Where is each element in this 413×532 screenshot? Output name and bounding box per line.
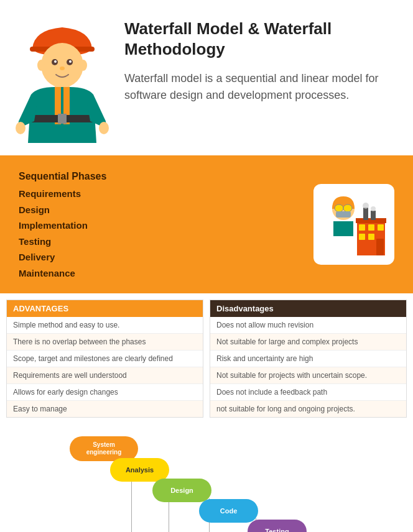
waterfall-diagram: Systemengineering Analysis Design Code T… <box>57 436 356 532</box>
svg-point-5 <box>54 60 57 63</box>
disadvantages-header: Disadvantages <box>210 300 406 317</box>
disadv-item-5: Does not include a feedback path <box>210 384 406 401</box>
svg-point-7 <box>60 66 65 70</box>
svg-rect-35 <box>376 239 384 255</box>
step-code: Code <box>199 499 258 523</box>
advantages-header: ADVANTAGES <box>7 300 203 317</box>
svg-rect-22 <box>336 211 351 218</box>
disadvantages-column: Disadvantages Does not allow much revisi… <box>210 300 407 418</box>
adv-item-6: Easy to manage <box>7 401 203 417</box>
svg-point-20 <box>343 204 352 212</box>
disadv-item-6: not suitable for long and ongoing projec… <box>210 401 406 417</box>
disadv-item-4: Not suitable for projects with uncertain… <box>210 367 406 384</box>
header-section: Waterfall Model & Waterfall Methodology … <box>0 0 413 155</box>
svg-point-8 <box>37 60 45 71</box>
svg-rect-31 <box>368 224 374 231</box>
svg-rect-32 <box>378 224 384 231</box>
disadv-item-1: Does not allow much revision <box>210 317 406 334</box>
svg-rect-26 <box>363 208 368 220</box>
adv-disadv-section: ADVANTAGES Simple method and easy to use… <box>0 293 413 424</box>
phases-list: Sequential Phases Requirements Design Im… <box>19 168 301 281</box>
svg-rect-33 <box>359 234 365 240</box>
svg-point-2 <box>41 43 83 88</box>
svg-point-16 <box>99 122 109 134</box>
svg-point-28 <box>363 203 369 209</box>
svg-rect-14 <box>58 114 67 124</box>
adv-item-3: Scope, target and milestones are clearly… <box>7 351 203 367</box>
svg-point-15 <box>16 122 26 134</box>
page-description: Waterfall model is a sequential and line… <box>124 70 394 104</box>
svg-rect-23 <box>333 221 353 236</box>
phases-title: Sequential Phases <box>19 168 301 185</box>
page-title: Waterfall Model & Waterfall Methodology <box>124 19 394 59</box>
adv-item-4: Requirements are well understood <box>7 367 203 384</box>
svg-point-9 <box>80 60 87 71</box>
phase-delivery: Delivery <box>19 249 301 265</box>
adv-item-5: Allows for early design changes <box>7 384 203 401</box>
disadv-item-3: Risk and uncertainty are high <box>210 351 406 367</box>
svg-point-19 <box>335 204 343 212</box>
phase-design: Design <box>19 202 301 218</box>
disadv-item-2: Not suitable for large and complex proje… <box>210 334 406 351</box>
svg-point-29 <box>371 206 376 211</box>
step-analysis: Analysis <box>110 458 169 482</box>
adv-item-1: Simple method and easy to use. <box>7 317 203 334</box>
worker-illustration <box>12 12 112 143</box>
header-text-block: Waterfall Model & Waterfall Methodology … <box>124 12 394 104</box>
step-design: Design <box>152 479 211 502</box>
factory-icon-box <box>313 184 394 265</box>
step-system-engineering: Systemengineering <box>70 436 138 461</box>
phase-testing: Testing <box>19 234 301 250</box>
advantages-column: ADVANTAGES Simple method and easy to use… <box>6 300 203 418</box>
adv-item-2: There is no overlap between the phases <box>7 334 203 351</box>
phase-requirements: Requirements <box>19 186 301 202</box>
step-testing: Testing <box>248 520 307 532</box>
phase-maintenance: Maintenance <box>19 265 301 282</box>
diagram-section: Systemengineering Analysis Design Code T… <box>0 424 413 532</box>
svg-point-6 <box>69 60 72 63</box>
phase-implementation: Implementation <box>19 218 301 234</box>
svg-rect-34 <box>368 234 374 240</box>
svg-rect-30 <box>359 224 365 231</box>
orange-banner: Sequential Phases Requirements Design Im… <box>0 155 413 293</box>
svg-rect-27 <box>371 211 376 220</box>
